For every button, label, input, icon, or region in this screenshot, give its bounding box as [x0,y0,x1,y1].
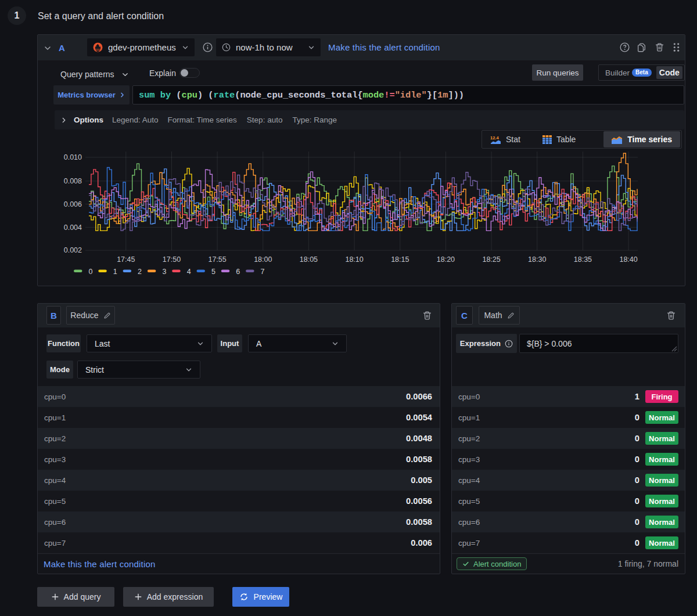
svg-text:6: 6 [236,268,240,276]
svg-text:18:10: 18:10 [345,255,363,264]
svg-text:0.008: 0.008 [64,177,82,185]
svg-text:18:35: 18:35 [574,255,592,264]
svg-text:12.4: 12.4 [490,135,499,141]
svg-text:18:40: 18:40 [619,255,637,264]
svg-text:4: 4 [187,268,191,276]
svg-text:18:25: 18:25 [482,255,500,264]
svg-text:17:50: 17:50 [163,255,181,264]
svg-text:0.006: 0.006 [64,200,82,208]
svg-text:1: 1 [113,268,117,276]
svg-text:17:55: 17:55 [208,255,226,264]
svg-text:0.010: 0.010 [64,153,82,161]
svg-text:18:00: 18:00 [254,255,272,264]
svg-text:2: 2 [138,268,142,276]
svg-text:18:20: 18:20 [437,255,455,264]
svg-text:0.004: 0.004 [64,224,82,232]
svg-text:0.002: 0.002 [64,246,82,254]
svg-text:18:15: 18:15 [391,255,409,264]
svg-text:17:45: 17:45 [117,255,135,264]
svg-text:18:05: 18:05 [300,255,318,264]
svg-text:3: 3 [162,268,166,276]
svg-text:7: 7 [261,268,265,276]
svg-text:5: 5 [211,268,215,276]
svg-text:0: 0 [89,268,93,276]
svg-text:18:30: 18:30 [528,255,546,264]
